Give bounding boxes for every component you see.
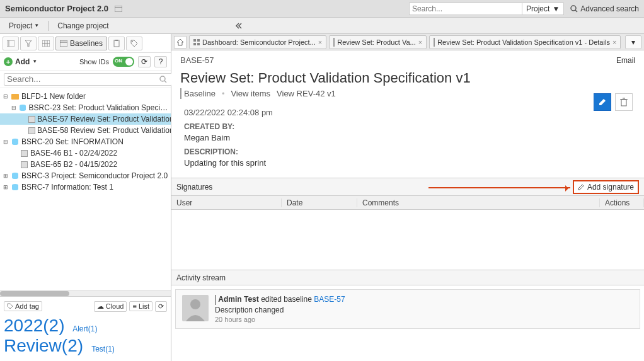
list-view-button[interactable]: ≡ List bbox=[129, 301, 152, 311]
collapse-icon[interactable]: ⊟ bbox=[3, 93, 9, 100]
tab-dashboard[interactable]: Dashboard: Semiconductor Project... × bbox=[189, 35, 326, 49]
svg-rect-21 bbox=[193, 39, 196, 42]
cloud-icon: ☁ bbox=[97, 302, 104, 311]
tree-item-base46[interactable]: BASE-46 B1 - 02/24/2022 bbox=[0, 147, 171, 159]
activity-target-link[interactable]: BASE-57 bbox=[314, 295, 345, 304]
dashboard-icon bbox=[193, 39, 200, 45]
filter-button[interactable] bbox=[20, 37, 37, 50]
tree-item-bsrc23[interactable]: ⊟ BSRC-23 Set: Product Validation Specif… bbox=[0, 102, 171, 113]
project-menu-label: Project bbox=[9, 21, 32, 30]
created-by-value: Megan Baim bbox=[184, 133, 631, 142]
svg-point-2 bbox=[571, 6, 576, 11]
tag-review[interactable]: Review(2) bbox=[4, 336, 83, 356]
edit-button[interactable] bbox=[594, 93, 611, 111]
svg-rect-12 bbox=[114, 40, 119, 47]
tree-label: BSRC-7 Information: Test 1 bbox=[21, 183, 113, 192]
tree-label: BSRC-3 Project: Semiconductor Project 2.… bbox=[21, 171, 168, 180]
tag-button[interactable] bbox=[126, 37, 142, 50]
tree-label: BSRC-23 Set: Product Validation Specific… bbox=[29, 103, 168, 112]
document-icon bbox=[20, 149, 28, 157]
tree-item-bsrc7[interactable]: ⊞ BSRC-7 Information: Test 1 bbox=[0, 181, 171, 193]
tab-review-set-1[interactable]: Review Set: Product Va... × bbox=[329, 35, 427, 49]
grid-button[interactable] bbox=[38, 37, 54, 50]
svg-rect-23 bbox=[193, 43, 196, 45]
description-label: DESCRIPTION: bbox=[184, 147, 631, 156]
view-items-link[interactable]: View items bbox=[231, 89, 270, 98]
home-button[interactable] bbox=[174, 36, 187, 49]
add-button[interactable]: + Add ▼ bbox=[4, 57, 37, 66]
show-ids-toggle[interactable]: ON bbox=[113, 57, 134, 67]
tree-label: BASE-46 B1 - 02/24/2022 bbox=[30, 149, 117, 158]
tree-label: BASE-58 Review Set: Product Validation bbox=[37, 126, 171, 135]
global-search-input[interactable] bbox=[409, 3, 522, 15]
tree-view-button[interactable] bbox=[3, 37, 19, 50]
delete-button[interactable] bbox=[615, 93, 633, 111]
navigation-tree: ⊟ BLFD-1 New folder ⊟ BSRC-23 Set: Produ… bbox=[0, 88, 171, 290]
svg-rect-22 bbox=[197, 39, 200, 42]
database-icon bbox=[11, 138, 20, 146]
baseline-label: Baseline bbox=[184, 89, 216, 98]
view-rev-link[interactable]: View REV-42 v1 bbox=[277, 89, 336, 98]
baselines-label: Baselines bbox=[70, 39, 103, 48]
collapse-icon[interactable]: ⊟ bbox=[3, 139, 9, 145]
col-date: Date bbox=[282, 198, 357, 207]
tab-review-set-details[interactable]: Review Set: Product Validation Specifica… bbox=[429, 35, 621, 49]
col-user: User bbox=[171, 198, 282, 207]
activity-detail: Description changed bbox=[215, 306, 345, 314]
add-tag-button[interactable]: Add tag bbox=[4, 301, 42, 311]
timestamp-value: 03/22/2022 02:24:08 pm bbox=[184, 108, 631, 117]
tree-item-base65[interactable]: BASE-65 B2 - 04/15/2022 bbox=[0, 159, 171, 170]
tag-2022[interactable]: 2022(2) bbox=[4, 316, 65, 336]
search-scope-dropdown[interactable]: Project ▼ bbox=[522, 3, 564, 15]
baseline-badge: Baseline bbox=[180, 89, 216, 98]
clipboard-button[interactable] bbox=[108, 37, 125, 50]
search-scope-label: Project bbox=[526, 4, 549, 13]
document-icon bbox=[28, 115, 35, 123]
cloud-view-button[interactable]: ☁ Cloud bbox=[94, 301, 127, 312]
col-comments: Comments bbox=[357, 198, 600, 207]
tab-label: Review Set: Product Validation Specifica… bbox=[437, 38, 610, 46]
expand-icon[interactable]: ⊞ bbox=[3, 173, 9, 179]
tab-menu-button[interactable]: ▾ bbox=[625, 35, 641, 49]
horizontal-scrollbar[interactable] bbox=[0, 290, 171, 296]
collapse-icon[interactable]: ⊟ bbox=[11, 105, 17, 111]
advanced-search-link[interactable]: Advanced search bbox=[570, 4, 639, 13]
project-menu-dropdown[interactable]: Project ▼ bbox=[5, 20, 43, 32]
baselines-dropdown[interactable]: Baselines bbox=[55, 37, 107, 50]
tree-folder-root[interactable]: ⊟ BLFD-1 New folder bbox=[0, 91, 171, 102]
add-signature-button[interactable]: Add signature bbox=[573, 180, 639, 194]
signatures-title: Signatures bbox=[176, 183, 212, 192]
refresh-button[interactable]: ⟳ bbox=[138, 56, 151, 67]
tree-item-bsrc3[interactable]: ⊞ BSRC-3 Project: Semiconductor Project … bbox=[0, 170, 171, 181]
help-button[interactable]: ? bbox=[154, 56, 167, 67]
tag-test[interactable]: Test(1) bbox=[91, 345, 115, 353]
collapse-sidebar-icon[interactable] bbox=[235, 22, 243, 30]
expand-icon[interactable]: ⊞ bbox=[3, 184, 9, 190]
toggle-on-label: ON bbox=[115, 58, 122, 64]
document-icon bbox=[434, 38, 435, 46]
svg-point-28 bbox=[190, 299, 200, 309]
tag-icon bbox=[7, 303, 13, 309]
separator: • bbox=[222, 89, 225, 98]
svg-rect-24 bbox=[197, 43, 200, 45]
window-icon[interactable] bbox=[115, 6, 122, 12]
page-title: Review Set: Product Validation Specifica… bbox=[180, 70, 635, 86]
tree-item-base58[interactable]: BASE-58 Review Set: Product Validation bbox=[0, 125, 171, 136]
list-label: List bbox=[139, 302, 149, 310]
document-icon bbox=[28, 127, 35, 134]
close-icon[interactable]: × bbox=[418, 38, 422, 46]
sidebar-search-input[interactable] bbox=[4, 73, 172, 86]
refresh-tags-button[interactable]: ⟳ bbox=[155, 301, 167, 312]
svg-line-3 bbox=[575, 10, 577, 12]
svg-rect-25 bbox=[621, 100, 626, 106]
document-icon bbox=[20, 161, 28, 168]
email-link[interactable]: Email bbox=[616, 56, 635, 65]
tag-alert[interactable]: Alert(1) bbox=[72, 324, 97, 333]
tree-item-base57[interactable]: BASE-57 Review Set: Product Validation bbox=[0, 113, 171, 125]
advanced-search-label: Advanced search bbox=[580, 4, 639, 13]
close-icon[interactable]: × bbox=[318, 38, 322, 46]
close-icon[interactable]: × bbox=[612, 38, 616, 46]
tree-item-bsrc20[interactable]: ⊟ BSRC-20 Set: INFORMATION bbox=[0, 136, 171, 147]
svg-rect-10 bbox=[60, 40, 67, 47]
change-project-link[interactable]: Change project bbox=[54, 20, 112, 32]
